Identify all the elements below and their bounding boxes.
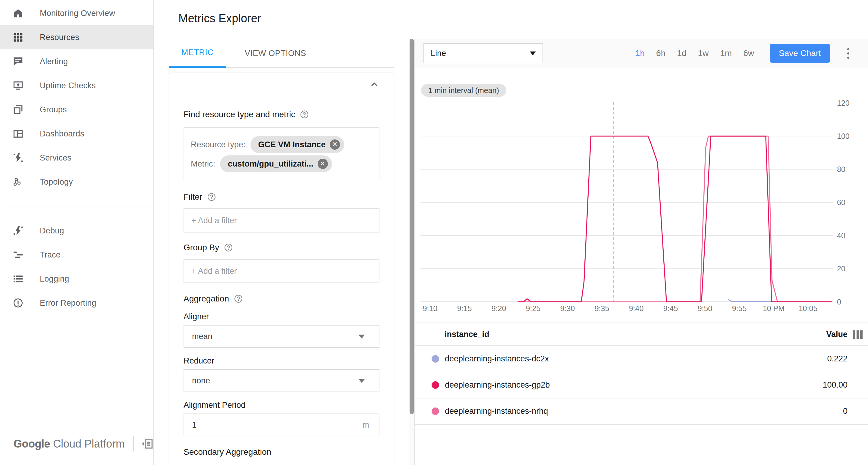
- sidebar-item-alerting[interactable]: Alerting: [0, 49, 153, 73]
- series-color-dot: [432, 355, 439, 363]
- chart-toolbar: Line 1h6h1d1w1m6w Save Chart: [415, 39, 868, 68]
- chevron-up-icon[interactable]: [370, 80, 379, 89]
- y-tick-100: 100: [837, 132, 849, 140]
- caret-down-icon: [358, 379, 365, 383]
- resource-type-label: Resource type:: [191, 140, 246, 150]
- help-icon[interactable]: [234, 294, 243, 303]
- sidebar-item-logging[interactable]: Logging: [0, 267, 153, 291]
- more-options-icon[interactable]: [842, 45, 854, 61]
- time-range-1m[interactable]: 1m: [720, 48, 732, 58]
- filter-input[interactable]: + Add a filter: [184, 208, 379, 232]
- sidebar-item-label: Monitoring Overview: [40, 9, 115, 18]
- help-icon[interactable]: [224, 243, 233, 252]
- time-range-6h[interactable]: 6h: [656, 48, 665, 58]
- x-tick-9:25: 9:25: [526, 304, 541, 312]
- resource-type-chip-text: GCE VM Instance: [258, 140, 326, 150]
- collapse-panel-icon[interactable]: [141, 437, 154, 451]
- legend-instance-value: 100.00: [823, 380, 847, 390]
- resource-type-chip[interactable]: GCE VM Instance ✕: [250, 136, 344, 153]
- x-tick-9:45: 9:45: [663, 304, 678, 312]
- aggregation-heading-text: Aggregation: [184, 294, 229, 304]
- topology-icon: [13, 176, 24, 187]
- reducer-value: none: [192, 376, 358, 386]
- tabs-strip: METRICVIEW OPTIONS: [169, 39, 394, 68]
- legend-instance-name: deeplearning-instances-dc2x: [445, 354, 827, 364]
- series-color-dot: [432, 407, 439, 415]
- chip-close-icon[interactable]: ✕: [330, 139, 340, 150]
- time-range-1w[interactable]: 1w: [698, 48, 709, 58]
- page-title: Metrics Explorer: [179, 12, 261, 25]
- footer-separator: [133, 436, 134, 452]
- alignment-period-input[interactable]: 1 m: [184, 413, 379, 436]
- sidebar-item-label: Debug: [40, 226, 64, 235]
- sidebar-item-resources[interactable]: Resources: [0, 25, 153, 49]
- find-metric-heading: Find resource type and metric: [184, 110, 379, 119]
- sidebar-nav-main: Monitoring OverviewResourcesAlertingUpti…: [0, 0, 153, 194]
- save-chart-button[interactable]: Save Chart: [770, 44, 830, 63]
- tab-metric[interactable]: METRIC: [169, 39, 226, 68]
- time-range-group: 1h6h1d1w1m6w: [635, 48, 754, 58]
- legend-row-deeplearning-instances-dc2x[interactable]: deeplearning-instances-dc2x0.222: [415, 346, 868, 372]
- gcp-logo-google: Google: [13, 438, 50, 450]
- legend-row-deeplearning-instances-gp2b[interactable]: deeplearning-instances-gp2b100.00: [415, 372, 868, 398]
- x-tick-9:55: 9:55: [732, 304, 747, 312]
- debug-icon: [13, 225, 24, 236]
- sidebar-item-dashboards[interactable]: Dashboards: [0, 122, 153, 146]
- help-icon[interactable]: [300, 110, 309, 119]
- sidebar-item-label: Topology: [40, 177, 73, 187]
- sidebar-item-topology[interactable]: Topology: [0, 170, 153, 194]
- apps-grid-icon: [13, 32, 24, 43]
- services-icon: [13, 153, 24, 163]
- metric-chip[interactable]: custom/gpu_utilizati... ✕: [220, 156, 332, 172]
- sidebar-item-groups[interactable]: Groups: [0, 98, 153, 122]
- find-metric-heading-text: Find resource type and metric: [184, 110, 295, 119]
- page-header: Metrics Explorer: [155, 0, 868, 38]
- metric-config-card: Find resource type and metric Resource t…: [169, 73, 394, 465]
- resource-metric-box: Resource type: GCE VM Instance ✕ Metric:…: [184, 127, 379, 181]
- sidebar-item-error-reporting[interactable]: Error Reporting: [0, 291, 153, 315]
- series-line-deeplearning-instances-nrhq: [518, 136, 832, 302]
- reducer-select[interactable]: none: [184, 369, 379, 392]
- chart-type-select[interactable]: Line: [424, 43, 543, 63]
- sidebar-item-label: Uptime Checks: [40, 81, 96, 90]
- sidebar-item-uptime-checks[interactable]: Uptime Checks: [0, 73, 153, 98]
- x-tick-10:05: 10:05: [799, 304, 818, 312]
- metrics-line-chart[interactable]: 0204060801001209:109:159:209:259:309:359…: [420, 100, 868, 318]
- time-range-6w[interactable]: 6w: [743, 48, 754, 58]
- help-icon[interactable]: [207, 193, 216, 201]
- columns-icon[interactable]: [853, 330, 863, 339]
- metric-chip-text: custom/gpu_utilizati...: [228, 159, 313, 169]
- y-tick-80: 80: [837, 165, 845, 173]
- sidebar-item-monitoring-overview[interactable]: Monitoring Overview: [0, 1, 153, 25]
- legend-instance-name: deeplearning-instances-gp2b: [445, 380, 823, 390]
- legend-row-deeplearning-instances-nrhq[interactable]: deeplearning-instances-nrhq0: [415, 398, 868, 425]
- time-range-1h[interactable]: 1h: [635, 48, 645, 58]
- alignment-period-label: Alignment Period: [184, 401, 379, 410]
- sidebar-item-trace[interactable]: Trace: [0, 243, 153, 267]
- interval-badge: 1 min interval (mean): [421, 84, 506, 97]
- panel-scrollbar: [409, 39, 414, 465]
- metric-label: Metric:: [191, 159, 215, 169]
- panel-scrollbar-thumb[interactable]: [410, 39, 414, 414]
- chip-close-icon[interactable]: ✕: [318, 159, 328, 169]
- sidebar-item-label: Error Reporting: [40, 298, 96, 308]
- series-color-dot: [432, 381, 439, 389]
- reducer-label: Reducer: [184, 356, 379, 366]
- sidebar-item-debug[interactable]: Debug: [0, 219, 153, 243]
- y-tick-0: 0: [837, 298, 841, 306]
- caret-down-icon: [358, 335, 365, 338]
- secondary-aggregation-heading: Secondary Aggregation: [184, 447, 379, 457]
- aligner-select[interactable]: mean: [184, 325, 379, 348]
- groupby-heading-text: Group By: [184, 243, 219, 253]
- x-tick-9:40: 9:40: [629, 304, 644, 312]
- y-tick-60: 60: [837, 198, 845, 207]
- sidebar-divider: [8, 207, 153, 207]
- sidebar-item-services[interactable]: Services: [0, 146, 153, 170]
- groupby-input[interactable]: + Add a filter: [184, 259, 379, 283]
- sidebar-item-label: Resources: [40, 33, 79, 42]
- tab-view-options[interactable]: VIEW OPTIONS: [239, 39, 312, 68]
- time-range-1d[interactable]: 1d: [677, 48, 686, 58]
- groupby-heading: Group By: [184, 243, 379, 253]
- filter-heading-text: Filter: [184, 192, 202, 202]
- y-tick-120: 120: [837, 100, 849, 107]
